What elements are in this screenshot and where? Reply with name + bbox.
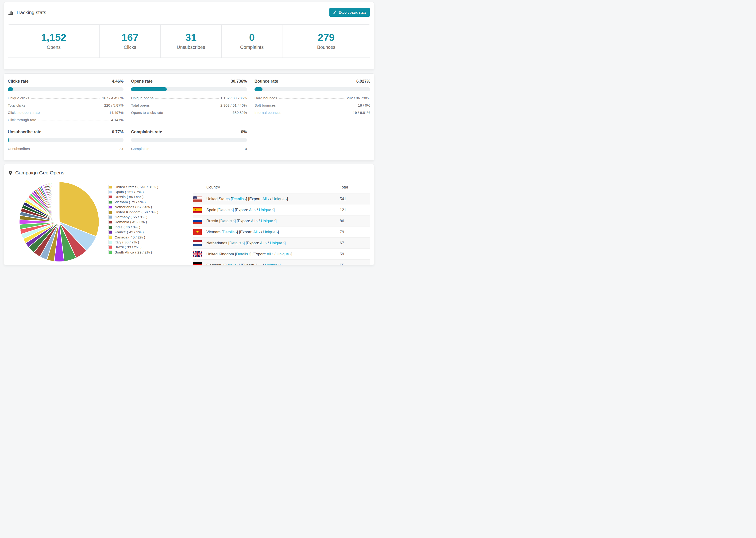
stat-value: 0 bbox=[249, 32, 255, 42]
legend-label: Italy ( 36 / 2% ) bbox=[115, 240, 139, 244]
rate-detail-label: Unique clicks bbox=[8, 96, 29, 100]
details-link[interactable]: Details › bbox=[223, 230, 237, 234]
legend-label: South Africa ( 29 / 2% ) bbox=[115, 250, 152, 254]
table-row: Germany [Details ›] [Export: All › / Uni… bbox=[193, 260, 370, 265]
rate-detail-value: 14.497% bbox=[109, 111, 124, 115]
export-basic-stats-button[interactable]: Export basic stats bbox=[329, 8, 370, 17]
country-links: Russia [Details ›] [Export: All › / Uniq… bbox=[206, 219, 277, 223]
rate-detail-row: Hard bounces242 / 86.738% bbox=[254, 96, 370, 100]
rate-detail-label: Clicks to opens rate bbox=[8, 111, 40, 115]
export-all-link[interactable]: All › bbox=[251, 219, 257, 223]
details-link[interactable]: Details › bbox=[229, 241, 244, 245]
stat-label: Bounces bbox=[317, 45, 336, 50]
rate-panel-head: Complaints rate0% bbox=[131, 130, 247, 134]
rate-panel-head: Opens rate30.736% bbox=[131, 79, 247, 84]
country-cell: Spain [Details ›] [Export: All › / Uniqu… bbox=[193, 207, 340, 213]
legend-item: United States ( 541 / 31% ) bbox=[108, 185, 158, 189]
legend-label: Netherlands ( 67 / 4% ) bbox=[115, 205, 152, 209]
details-link[interactable]: Details › bbox=[232, 197, 246, 201]
rate-detail-label: Unique opens bbox=[131, 96, 153, 100]
rate-value: 4.46% bbox=[112, 79, 124, 84]
rates-grid: Clicks rate4.46%Unique clicks167 / 4.456… bbox=[8, 79, 370, 151]
legend-item: Netherlands ( 67 / 4% ) bbox=[108, 205, 158, 210]
legend-label: Russia ( 86 / 5% ) bbox=[115, 195, 143, 199]
legend-item: Romania ( 49 / 3% ) bbox=[108, 220, 158, 225]
export-unique-link[interactable]: Unique › bbox=[259, 208, 274, 212]
stat-box-opens: 1,152Opens bbox=[8, 25, 99, 58]
geo-opens-pie-chart[interactable] bbox=[17, 180, 101, 264]
details-link[interactable]: Details › bbox=[225, 263, 239, 265]
country-links: Netherlands [Details ›] [Export: All › /… bbox=[206, 241, 286, 245]
export-all-link[interactable]: All › bbox=[267, 252, 273, 256]
export-unique-link[interactable]: Unique › bbox=[277, 252, 291, 256]
rate-detail-label: Total clicks bbox=[8, 103, 26, 108]
legend-item: United Kingdom ( 59 / 3% ) bbox=[108, 210, 158, 215]
legend-swatch bbox=[108, 230, 112, 234]
export-all-link[interactable]: All › bbox=[249, 208, 256, 212]
gb-flag-icon bbox=[193, 251, 202, 257]
page-title: Tracking stats bbox=[16, 10, 46, 15]
export-unique-link[interactable]: Unique › bbox=[261, 219, 275, 223]
column-header-country: Country bbox=[206, 185, 220, 189]
dotted-leader bbox=[165, 113, 231, 113]
dotted-leader bbox=[41, 113, 107, 113]
export-all-link[interactable]: All › bbox=[253, 230, 260, 234]
rate-detail-row: Total clicks220 / 5.87% bbox=[8, 103, 124, 108]
stat-box-bounces: 279Bounces bbox=[282, 25, 370, 58]
rate-detail-row: Internal bounces19 / 6.81% bbox=[254, 111, 370, 115]
export-unique-link[interactable]: Unique › bbox=[263, 230, 278, 234]
stat-label: Unsubscribes bbox=[177, 45, 205, 50]
rate-panel-unsubscribe-rate: Unsubscribe rate0.77%Unsubscribes31 bbox=[8, 130, 124, 151]
country-links: Germany [Details ›] [Export: All › / Uni… bbox=[206, 263, 281, 265]
geo-body: United States ( 541 / 31% )Spain ( 121 /… bbox=[4, 181, 374, 265]
row-total: 541 bbox=[340, 197, 370, 201]
dotted-leader bbox=[279, 98, 345, 99]
export-unique-link[interactable]: Unique › bbox=[272, 197, 287, 201]
rate-detail-label: Opens to clicks rate bbox=[131, 111, 163, 115]
rate-detail-value: 31 bbox=[120, 147, 124, 151]
rate-detail-row: Click through rate4.147% bbox=[8, 118, 124, 122]
legend-swatch bbox=[108, 240, 112, 244]
map-pin-icon bbox=[8, 170, 13, 175]
export-all-link[interactable]: All › bbox=[262, 197, 269, 201]
details-link[interactable]: Details › bbox=[218, 208, 233, 212]
geo-table-header: Country Total bbox=[193, 181, 370, 193]
dotted-leader bbox=[283, 113, 351, 113]
row-total: 86 bbox=[340, 219, 370, 223]
stat-value: 31 bbox=[185, 32, 196, 42]
rate-title: Bounce rate bbox=[254, 79, 278, 84]
legend-label: Romania ( 49 / 3% ) bbox=[115, 220, 147, 224]
export-unique-link[interactable]: Unique › bbox=[265, 263, 279, 265]
table-row: United Kingdom [Details ›] [Export: All … bbox=[193, 248, 370, 260]
rate-detail-row: Clicks to opens rate14.497% bbox=[8, 111, 124, 115]
export-all-link[interactable]: All › bbox=[260, 241, 266, 245]
table-row: Netherlands [Details ›] [Export: All › /… bbox=[193, 238, 370, 248]
country-cell: United Kingdom [Details ›] [Export: All … bbox=[193, 251, 340, 257]
legend-swatch bbox=[108, 185, 112, 189]
dotted-leader bbox=[152, 106, 219, 106]
geo-section-title: Campaign Geo Opens bbox=[15, 170, 64, 176]
geo-table-rows: United States [Details ›] [Export: All ›… bbox=[193, 193, 370, 265]
rate-panel-complaints-rate: Complaints rate0%Complaints0 bbox=[131, 130, 247, 151]
legend-item: Canada ( 40 / 2% ) bbox=[108, 235, 158, 240]
details-link[interactable]: Details › bbox=[236, 252, 250, 256]
geo-opens-table: Country Total United States [Details ›] … bbox=[193, 181, 370, 265]
stat-box-clicks: 167Clicks bbox=[99, 25, 160, 58]
rate-detail-value: 167 / 4.456% bbox=[102, 96, 124, 100]
export-all-link[interactable]: All › bbox=[255, 263, 261, 265]
table-row: Vietnam [Details ›] [Export: All › / Uni… bbox=[193, 227, 370, 238]
rate-detail-value: 2,303 / 61.446% bbox=[220, 103, 247, 108]
rate-detail-label: Soft bounces bbox=[254, 103, 276, 108]
row-total: 55 bbox=[340, 263, 370, 265]
rate-panel-opens-rate: Opens rate30.736%Unique opens1,152 / 30.… bbox=[131, 79, 247, 122]
export-unique-link[interactable]: Unique › bbox=[270, 241, 285, 245]
country-links: Vietnam [Details ›] [Export: All › / Uni… bbox=[206, 230, 279, 234]
column-header-total: Total bbox=[340, 185, 370, 189]
legend-label: France ( 42 / 2% ) bbox=[115, 230, 144, 234]
details-link[interactable]: Details › bbox=[220, 219, 235, 223]
dotted-leader bbox=[31, 98, 100, 99]
export-button-label: Export basic stats bbox=[339, 10, 366, 14]
rate-detail-value: 0 bbox=[245, 147, 247, 151]
geo-header: Campaign Geo Opens bbox=[4, 164, 374, 181]
stat-value: 167 bbox=[122, 32, 138, 42]
